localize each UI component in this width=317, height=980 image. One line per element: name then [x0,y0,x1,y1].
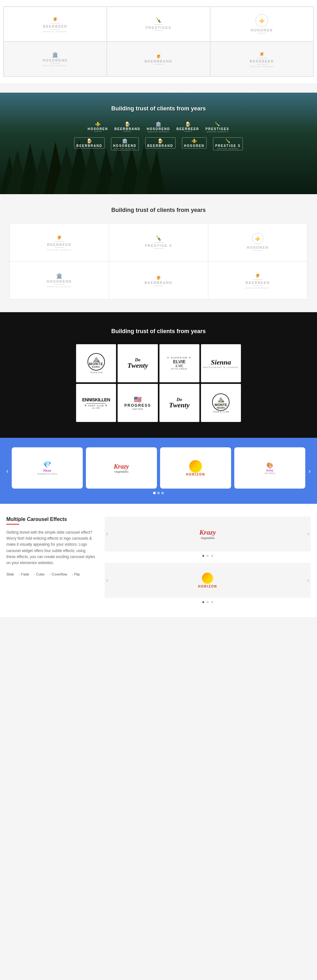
effects-list: Slide › Fade › Cube › Coverflow › Flip [6,572,95,576]
mini-dot-2-1[interactable] [202,601,204,603]
mini-dot-1-3[interactable] [211,555,213,557]
forest-line-4 [184,131,192,132]
twenty-logo-2: Do Twenty [169,398,190,408]
forest-line-1 [94,131,102,132]
twenty-text: Twenty [127,362,148,369]
effect-flip[interactable]: › Flip [72,572,80,576]
carousel-effects-left: Multiple Carousel Effects Getting bored … [6,517,95,605]
forest-name-6: BEERBRAND [76,144,102,148]
gray-name-1: BEERBEER [47,243,71,247]
brand-name-4: HOSOREND [43,58,68,62]
forest-sub-7: american authentic [113,148,136,150]
black-cell-monte2: ⛰️ MONTE NEGRO TOUR & CLUB [201,384,241,422]
forest-icon-1: ⚜️ [95,121,101,127]
bordered-cell-5: 🍺 BEERBRAND [109,261,208,299]
section-dark-forest: Building trust of clients from years ⚜️ … [0,93,317,194]
gray-logo-prestiges: 🍾 PRESTIGE S [145,235,172,250]
forest-icon-4: 🍺 [185,121,191,127]
forest-logo-prestiges: 🍾 PRESTIGES american authentic [205,121,229,133]
enniskillen-year: est. 1984 [82,407,110,409]
gray-sub-1: american authentic [47,249,71,251]
gray-sub-4: american authentic [47,286,71,288]
section-logos-white: 🍺 BEERBEER american authentic 🍾 PRESTIGE… [0,0,317,83]
elvie-logo: ✦ SUPERIOR ✦ ELVIE & ME STYLINGS [167,356,191,370]
forest-badge-hosorend2: 🏛️ HOSOREND american authentic [111,137,139,150]
mini-carousel-1: ‹ Krazy Vegetables › [105,517,311,551]
gray-line-5 [253,250,263,251]
divider-7 [154,64,163,64]
krazy-name: Krazy [114,463,129,470]
mountain-icon: ⛰️ [92,356,100,362]
hexa-icon: 💎 [37,461,57,469]
gray-icon-6: 🍺 [255,272,261,278]
forest-logo-beerbeer: 🍺 BEERBEER [177,121,200,133]
forest-icon-5: 🍾 [215,121,220,127]
brand-name-5: BEERBRAND [144,59,173,63]
mini-dot-2-3[interactable] [211,601,213,603]
twenty-logo-1: Do Twenty [127,358,148,369]
flip-label: Flip [74,572,80,576]
effect-coverflow[interactable]: › Coverflow [49,572,67,576]
svg-marker-0 [0,156,19,194]
forest-name-4: BEERBEER [177,127,200,131]
svg-marker-4 [44,142,67,194]
mini-dot-1-1[interactable] [202,555,204,557]
carousel-wrapper: 💎 Hexa Jewellery & Gems Krazy Vegetables… [12,447,306,494]
svg-marker-1 [6,150,29,194]
bordered-cell-1: 🍺 BEERBEER american authentic [10,223,109,261]
carousel-dot-2[interactable] [157,492,160,494]
effect-fade[interactable]: › Fade [19,572,29,576]
black-cell-elvie: ✦ SUPERIOR ✦ ELVIE & ME STYLINGS [160,344,200,382]
forest-logos-row2: 🍺 BEERBRAND 🏛️ HOSOREND american authent… [74,137,243,150]
mini-carousel-1-prev[interactable]: ‹ [106,531,108,537]
logo-prestiges-1: 🍾 PRESTIGES [146,17,171,32]
forest-logo-hosorend: 🏛️ HOSOREND american authentic [147,121,170,133]
mini-carousel-2-prev[interactable]: ‹ [106,578,108,583]
brand-name-3: HOSOREN [251,28,273,32]
effects-underline [6,524,19,525]
carousel-item-horizon: HORIZON [160,447,231,488]
hosoren-circle: ⚜️ [255,14,268,27]
monte-negro-sub: TOUR & CLUB [213,411,229,413]
mini-carousel-2-next[interactable]: › [307,578,309,583]
forest-icon-10: 🍾 [215,138,241,143]
black-cell-twenty2: Do Twenty [160,384,200,422]
forest-name-7: HOSOREND [113,144,136,148]
carousel-dot-1[interactable] [153,492,155,494]
mini-carousel-1-next[interactable]: › [307,531,309,537]
forest-name-3: HOSOREND [147,127,170,131]
carousel-next[interactable]: › [305,467,314,475]
gray-name-5: BEERBRAND [144,281,173,285]
logo-cell-5: 🍺 BEERBRAND [107,41,210,76]
monte-negro-circle: ⛰️ MONTE NEGRO [212,393,230,411]
esha-sub: Art Gallery [265,472,275,474]
effect-slide: Slide [6,572,14,576]
carousel-item-hexa: 💎 Hexa Jewellery & Gems [12,447,83,488]
effects-title: Multiple Carousel Effects [6,517,95,522]
gray-logo-hosorend: 🏛️ HOSOREND american authentic [47,273,72,288]
beer-icon-3: 🍺 [259,51,265,56]
mini-dot-1-2[interactable] [207,555,209,557]
brand-name-6: BEERBEER [249,59,274,63]
carousel-dots [12,492,306,494]
carousel-prev[interactable]: ‹ [3,467,12,475]
mini-dot-2-2[interactable] [207,601,209,603]
effect-cube[interactable]: › Cube [34,572,45,576]
sienna-main: Sienna [203,358,238,366]
fade-label: Fade [21,572,29,576]
gray-line-3 [154,242,163,243]
forest-logo-hosoren2: ⚜️ HOSOREN [182,137,207,150]
forest-logo-beerbrand3: 🍺 BEERBRAND [145,137,176,150]
logo-cell-6: 🍺 BEERBEER american authentic [210,41,314,76]
enniskillen-logo: ENNISKILLEN 🐕 HUNT CLUB 🐕 est. 1984 [82,397,110,409]
mini-horizon-logo: HORIZON [198,573,217,588]
carousel-item-esha: 🎨 Esha Art Gallery [234,447,305,488]
forest-logo-hosorend2: 🏛️ HOSOREND american authentic [111,137,139,150]
mini-carousel-wrapper-2: ‹ HORIZON › [105,563,311,605]
monte-negro-brand: MONTE [215,403,227,407]
horizon-circle [189,460,202,473]
forest-icon-3: 🏛️ [155,121,162,127]
carousel-dot-3[interactable] [162,492,164,494]
divider-1 [51,23,60,24]
logo-cell-1: 🍺 BEERBEER american authentic [3,7,107,41]
